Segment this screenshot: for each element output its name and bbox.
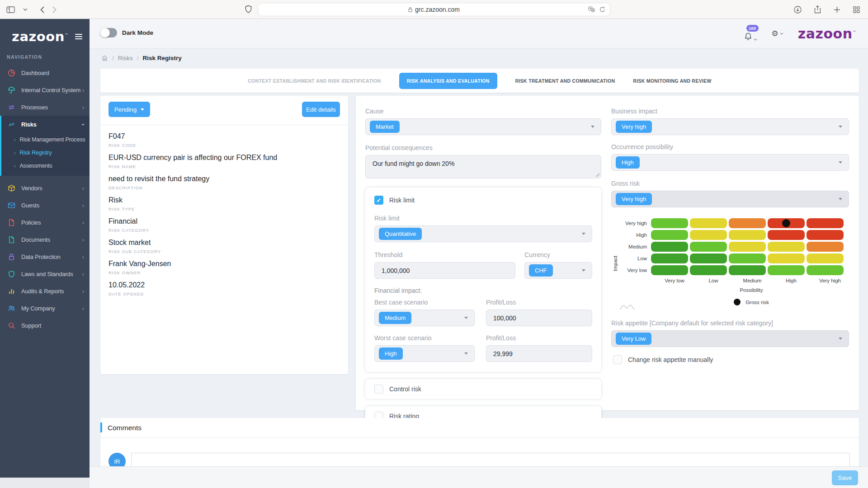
chevron-down-icon: › — [80, 123, 86, 125]
notifications-button[interactable]: 100 — [744, 27, 757, 41]
sidebar-item-processes[interactable]: Processes › — [0, 99, 90, 116]
field-risk-code: F047RISK CODE — [108, 132, 340, 148]
tab-context-establishment[interactable]: CONTEXT ESTABLISHMENT AND RISK IDENTIFIC… — [248, 78, 381, 84]
translate-icon[interactable] — [588, 6, 595, 12]
occurrence-possibility-select[interactable]: High — [611, 154, 849, 171]
risk-limit-select[interactable]: Quantitative — [374, 225, 592, 242]
matrix-cell-high-very-high — [807, 230, 844, 240]
potential-consequences-label: Potential consequences — [365, 144, 601, 151]
sidebar-item-policies[interactable]: Policies › — [0, 214, 90, 231]
chevron-down-icon — [839, 338, 842, 340]
sync-arrows-icon — [8, 103, 16, 111]
matrix-x-axis-label: Possibility — [655, 287, 848, 293]
status-dropdown-button[interactable]: Pending — [108, 102, 150, 117]
share-icon[interactable] — [814, 5, 821, 14]
address-bar[interactable]: grc.zazoon.com — [258, 3, 610, 16]
control-risk-checkbox[interactable] — [374, 385, 383, 394]
dark-mode-toggle[interactable] — [100, 28, 117, 38]
package-icon — [8, 184, 16, 192]
cause-label: Cause — [365, 108, 601, 115]
change-risk-appetite-checkbox[interactable] — [613, 355, 622, 364]
sidebar-item-my-company[interactable]: My Company › — [0, 300, 90, 317]
matrix-cell-medium-high — [768, 242, 805, 252]
sidebar-subitem-assessments[interactable]: › Assessments — [1, 159, 90, 172]
risk-limit-checkbox[interactable]: ✓ — [374, 196, 383, 205]
worst-case-value-chip: High — [379, 347, 403, 360]
matrix-column-labels: Very lowLowMediumHighVery high — [655, 278, 849, 283]
browser-sidebar-toggle-icon[interactable] — [6, 6, 15, 13]
worst-profit-loss-label: Profit/Loss — [486, 334, 592, 342]
breadcrumb-risks[interactable]: Risks — [118, 55, 133, 61]
change-risk-appetite-label: Change risk appetite manually — [628, 356, 713, 363]
sidebar-item-documents[interactable]: Documents › — [0, 231, 90, 248]
matrix-cell-very-high-high — [768, 218, 805, 228]
edit-details-button[interactable]: Edit details — [302, 102, 340, 117]
best-profit-loss-input[interactable]: 100,000 — [486, 310, 592, 326]
menu-collapse-icon[interactable] — [75, 34, 82, 39]
sidebar-item-audits-reports[interactable]: Audits & Reports › — [0, 282, 90, 300]
chevron-right-icon: › — [82, 288, 84, 295]
risk-matrix: Impact Very highHighMediumLowVery low Ve… — [611, 218, 849, 309]
browser-back-button[interactable] — [40, 6, 44, 13]
sidebar-item-internal-control-system[interactable]: Internal Control System › — [0, 81, 90, 99]
sidebar-item-vendors[interactable]: Vendors › — [0, 179, 90, 197]
link-icon — [8, 121, 16, 128]
tab-risk-analysis-evaluation[interactable]: RISK ANALYSIS AND EVALUATION — [399, 73, 497, 89]
privacy-shield-icon[interactable] — [245, 5, 252, 14]
matrix-col-label-high: High — [772, 278, 811, 283]
risk-process-tabs: CONTEXT ESTABLISHMENT AND RISK IDENTIFIC… — [100, 69, 859, 93]
cause-select[interactable]: Market — [365, 118, 601, 135]
brand-logo[interactable]: zazoon™ — [798, 26, 856, 42]
reload-icon[interactable] — [599, 6, 605, 13]
chevron-down-icon — [141, 108, 144, 111]
chevron-down-icon — [754, 38, 757, 41]
save-button[interactable]: Save — [832, 470, 858, 485]
home-icon[interactable] — [101, 55, 108, 61]
tab-risk-treatment-communication[interactable]: RISK TREATMENT AND COMMUNICATION — [515, 78, 615, 84]
downloads-icon[interactable] — [794, 6, 802, 14]
chevron-right-icon: › — [82, 202, 84, 209]
umbrella-icon — [8, 86, 16, 94]
new-tab-icon[interactable] — [834, 6, 840, 13]
risk-limit-label: Risk limit — [374, 215, 592, 222]
tab-risk-monitoring-review[interactable]: RISK MONITORING AND REVIEW — [633, 78, 711, 84]
field-risk-name: EUR-USD currency pair is affecting our F… — [108, 154, 340, 169]
control-risk-label: Control risk — [389, 385, 421, 393]
chevron-down-icon — [582, 233, 585, 235]
matrix-cell-very-high-very-high — [807, 218, 844, 228]
chevron-down-icon — [464, 317, 468, 319]
dark-mode-label: Dark Mode — [122, 29, 153, 36]
sidebar-subitem-risk-management-process[interactable]: › Risk Management Process — [1, 133, 90, 146]
chevron-right-icon: › — [82, 185, 84, 192]
field-description: need to revisit the fund strategyDESCRIP… — [108, 175, 340, 190]
sidebar-item-data-protection[interactable]: Data Protection › — [0, 248, 90, 265]
currency-select[interactable]: CHF — [524, 262, 592, 279]
chevron-right-icon: › — [14, 137, 15, 142]
threshold-input[interactable]: 1,000,000 — [374, 262, 515, 279]
gross-risk-marker — [782, 219, 790, 227]
sidebar-item-guests[interactable]: Guests › — [0, 197, 90, 214]
matrix-cell-high-low — [690, 230, 727, 240]
sidebar-subitem-risk-registry[interactable]: › Risk Registry — [1, 146, 90, 159]
best-case-scenario-select[interactable]: Medium — [374, 310, 475, 326]
matrix-row-label-medium: Medium — [619, 244, 651, 249]
chevron-right-icon: › — [82, 87, 84, 94]
matrix-col-label-very-low: Very low — [655, 278, 694, 283]
sidebar-logo[interactable]: zazoon™ — [12, 29, 68, 44]
settings-button[interactable]: ⚙ — [772, 30, 783, 38]
sidebar-item-laws-and-standards[interactable]: Laws and Standards › — [0, 265, 90, 282]
tab-overview-icon[interactable] — [853, 6, 860, 13]
worst-case-scenario-select[interactable]: High — [374, 345, 475, 362]
sidebar-item-dashboard[interactable]: Dashboard — [0, 64, 90, 81]
browser-sidebar-chevron-icon[interactable] — [23, 8, 28, 11]
matrix-row-label-low: Low — [619, 256, 651, 261]
sidebar-item-support[interactable]: Support — [0, 317, 90, 334]
chevron-down-icon — [839, 126, 842, 128]
worst-profit-loss-input[interactable]: 29,999 — [486, 345, 592, 362]
potential-consequences-textarea[interactable]: Our fund might go down 20% — [365, 155, 601, 178]
main-area: Dark Mode 100 ⚙ zazoon™ / Risks / Risk R… — [90, 19, 868, 488]
currency-value-chip: CHF — [529, 264, 553, 277]
sidebar-item-risks[interactable]: Risks › — [1, 116, 90, 133]
browser-forward-button[interactable] — [52, 6, 57, 13]
business-impact-select[interactable]: Very high — [611, 118, 849, 135]
